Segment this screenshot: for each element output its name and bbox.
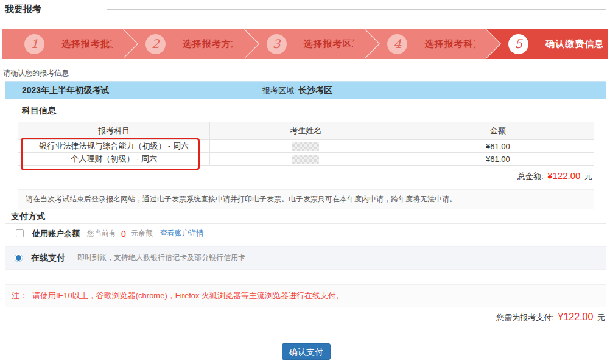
- step-3-number: 3: [267, 34, 287, 54]
- col-header-subject: 报考科目: [18, 122, 210, 140]
- note-text: 请使用IE10以上，谷歌浏览器(chrome)，Firefox 火狐浏览器等主流…: [32, 290, 344, 301]
- step-4-label: 选择报考科目: [424, 38, 483, 50]
- candidate-name-cell: [210, 153, 402, 166]
- online-payment-label[interactable]: 在线支付: [31, 253, 65, 264]
- step-1-number: 1: [24, 34, 44, 54]
- online-payment-radio[interactable]: [15, 254, 23, 262]
- step-2-select-method: 2 选择报考方式: [124, 29, 245, 59]
- total-label: 总金额:: [517, 172, 544, 181]
- step-5-label: 确认缴费信息: [545, 38, 604, 50]
- balance-prefix: 您当前有: [87, 228, 116, 239]
- total-amount: ¥122.00: [547, 170, 580, 181]
- subject-table: 报考科目 考生姓名 金额 银行业法律法规与综合能力（初级） - 周六 ¥61.0…: [18, 122, 594, 166]
- exam-region: 报考区域: 长沙考区: [262, 85, 332, 96]
- table-row: 银行业法律法规与综合能力（初级） - 周六 ¥61.00: [18, 140, 594, 153]
- balance-value: 0: [121, 229, 126, 239]
- step-4-number: 4: [387, 34, 407, 54]
- registration-payment-page: 我要报考 1 选择报考批次 2 选择报考方式 3 选择报考区域 4 选择报考科目…: [0, 0, 610, 364]
- subject-section-title: 科目信息: [22, 105, 56, 116]
- title-divider: [107, 9, 606, 10]
- step-5-number: 5: [508, 34, 528, 54]
- step-3-select-region: 3 选择报考区域: [245, 29, 366, 59]
- step-progress-bar: 1 选择报考批次 2 选择报考方式 3 选择报考区域 4 选择报考科目 5 确认…: [2, 29, 608, 59]
- step-2-label: 选择报考方式: [183, 38, 241, 50]
- exam-batch-header: 2023年上半年初级考试 报考区域: 长沙考区: [5, 82, 606, 99]
- balance-option-label[interactable]: 使用账户余额: [32, 228, 80, 239]
- step-5-confirm-payment: 5 确认缴费信息: [486, 29, 608, 59]
- payment-section-title: 支付方式: [11, 211, 45, 222]
- step-4-select-subjects: 4 选择报考科目: [365, 29, 486, 59]
- subject-cell: 个人理财（初级） - 周六: [18, 153, 210, 166]
- total-unit: 元: [584, 172, 592, 181]
- note-prefix: 注：: [12, 290, 27, 301]
- table-header-row: 报考科目 考生姓名 金额: [18, 122, 594, 140]
- payment-summary: 您需为报考支付: ¥122.00 元: [496, 312, 605, 323]
- redacted-name: [292, 142, 319, 151]
- online-payment-option[interactable]: 在线支付 即时到账，支持绝大数银行借记卡及部分银行信用卡: [5, 246, 606, 270]
- online-payment-desc: 即时到账，支持绝大数银行借记卡及部分银行信用卡: [77, 253, 245, 263]
- candidate-name-cell: [210, 140, 402, 153]
- step-3-label: 选择报考区域: [304, 38, 362, 50]
- browser-requirement-note: 注： 请使用IE10以上，谷歌浏览器(chrome)，Firefox 火狐浏览器…: [5, 284, 606, 307]
- amount-cell: ¥61.00: [402, 153, 594, 166]
- step-2-number: 2: [145, 34, 166, 54]
- exam-region-label: 报考区域:: [262, 86, 296, 95]
- exam-info-panel: 2023年上半年初级考试 报考区域: 长沙考区 科目信息 报考科目 考生姓名 金…: [5, 81, 606, 212]
- page-title: 我要报考: [5, 4, 41, 15]
- view-account-details-link[interactable]: 查看账户详情: [160, 228, 204, 239]
- step-1-label: 选择报考批次: [61, 38, 120, 50]
- amount-cell: ¥61.00: [402, 140, 594, 153]
- subject-cell: 银行业法律法规与综合能力（初级） - 周六: [18, 140, 210, 153]
- exam-batch-title: 2023年上半年初级考试: [22, 85, 109, 96]
- confirm-payment-button[interactable]: 确认支付: [282, 343, 331, 360]
- summary-amount: ¥122.00: [558, 312, 594, 322]
- summary-unit: 元: [597, 313, 605, 322]
- balance-payment-option[interactable]: 使用账户余额 您当前有 0 元余额 查看账户详情: [5, 223, 606, 243]
- table-row: 个人理财（初级） - 周六 ¥61.00: [18, 153, 594, 166]
- col-header-amount: 金额: [402, 122, 594, 140]
- summary-label: 您需为报考支付:: [496, 313, 554, 322]
- balance-checkbox[interactable]: [16, 229, 24, 237]
- step-1-select-batch: 1 选择报考批次: [2, 29, 124, 59]
- total-amount-line: 总金额: ¥122.00 元: [517, 170, 592, 182]
- invoice-note: 请在当次考试结束后登录报名网站，通过电子发票系统直接申请并打印电子发票。电子发票…: [18, 189, 594, 209]
- col-header-candidate-name: 考生姓名: [210, 122, 402, 140]
- confirm-info-hint: 请确认您的报考信息: [3, 68, 69, 79]
- redacted-name: [292, 155, 319, 164]
- exam-region-value: 长沙考区: [298, 85, 332, 95]
- balance-suffix: 元余额: [131, 228, 153, 239]
